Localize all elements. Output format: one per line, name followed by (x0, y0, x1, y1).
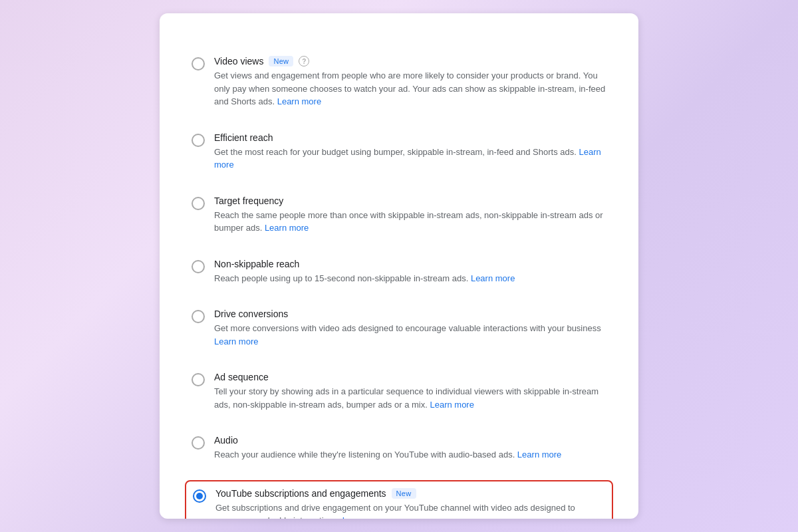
option-title-drive-conversions: Drive conversions (214, 309, 288, 319)
radio-video-views[interactable] (192, 57, 205, 70)
option-desc-audio: Reach your audience while they're listen… (214, 448, 606, 462)
option-content-drive-conversions: Drive conversionsGet more conversions wi… (214, 309, 606, 348)
option-desc-youtube-subscriptions: Get subscriptions and drive engagement o… (215, 501, 605, 519)
option-desc-drive-conversions: Get more conversions with video ads desi… (214, 322, 606, 348)
option-desc-ad-sequence: Tell your story by showing ads in a part… (214, 385, 606, 411)
option-title-row-video-views: Video viewsNew? (214, 56, 606, 66)
option-title-video-views: Video views (214, 56, 263, 66)
badge-new-youtube-subscriptions: New (392, 488, 416, 499)
option-desc-efficient-reach: Get the most reach for your budget using… (214, 146, 606, 172)
badge-new-video-views: New (269, 56, 293, 66)
option-title-audio: Audio (214, 435, 238, 446)
option-title-efficient-reach: Efficient reach (214, 132, 273, 143)
radio-unchecked-icon (192, 57, 205, 70)
option-row-audio[interactable]: AudioReach your audience while they're l… (186, 430, 612, 467)
learn-more-link-audio[interactable]: Learn more (517, 450, 561, 460)
radio-unchecked-icon (192, 134, 205, 147)
option-row-drive-conversions[interactable]: Drive conversionsGet more conversions wi… (186, 303, 612, 353)
option-desc-target-frequency: Reach the same people more than once wit… (214, 209, 606, 235)
option-title-row-youtube-subscriptions: YouTube subscriptions and engagementsNew (215, 488, 605, 499)
option-title-youtube-subscriptions: YouTube subscriptions and engagements (215, 488, 386, 499)
radio-unchecked-icon (192, 310, 205, 323)
options-list: Video viewsNew?Get views and engagement … (186, 51, 612, 519)
radio-efficient-reach[interactable] (192, 134, 205, 147)
radio-unchecked-icon (192, 197, 205, 210)
learn-more-link-youtube-subscriptions[interactable]: Learn more (342, 515, 386, 519)
option-title-target-frequency: Target frequency (214, 196, 283, 206)
option-content-efficient-reach: Efficient reachGet the most reach for yo… (214, 132, 606, 172)
option-title-non-skippable-reach: Non-skippable reach (214, 259, 299, 269)
learn-more-link-non-skippable-reach[interactable]: Learn more (471, 273, 515, 283)
option-row-non-skippable-reach[interactable]: Non-skippable reachReach people using up… (186, 253, 612, 291)
radio-unchecked-icon (192, 436, 205, 450)
campaign-subtype-card: Video viewsNew?Get views and engagement … (160, 13, 638, 519)
radio-non-skippable-reach[interactable] (192, 260, 205, 273)
option-title-row-non-skippable-reach: Non-skippable reach (214, 259, 606, 269)
option-title-ad-sequence: Ad sequence (214, 372, 269, 382)
radio-drive-conversions[interactable] (192, 310, 205, 323)
option-content-target-frequency: Target frequencyReach the same people mo… (214, 196, 606, 235)
radio-audio[interactable] (192, 436, 205, 450)
option-row-target-frequency[interactable]: Target frequencyReach the same people mo… (186, 190, 612, 240)
option-row-youtube-subscriptions[interactable]: YouTube subscriptions and engagementsNew… (185, 480, 613, 519)
radio-target-frequency[interactable] (192, 197, 205, 210)
learn-more-link-drive-conversions[interactable]: Learn more (214, 336, 258, 346)
option-row-efficient-reach[interactable]: Efficient reachGet the most reach for yo… (186, 127, 612, 177)
radio-ad-sequence[interactable] (192, 373, 205, 386)
learn-more-link-video-views[interactable]: Learn more (277, 96, 321, 106)
option-title-row-efficient-reach: Efficient reach (214, 132, 606, 143)
option-desc-video-views: Get views and engagement from people who… (214, 69, 606, 108)
option-title-row-target-frequency: Target frequency (214, 196, 606, 206)
option-content-non-skippable-reach: Non-skippable reachReach people using up… (214, 259, 606, 285)
option-row-video-views[interactable]: Video viewsNew?Get views and engagement … (186, 51, 612, 114)
help-icon-video-views[interactable]: ? (299, 56, 309, 66)
learn-more-link-target-frequency[interactable]: Learn more (265, 223, 309, 233)
option-content-ad-sequence: Ad sequenceTell your story by showing ad… (214, 372, 606, 411)
radio-unchecked-icon (192, 373, 205, 386)
radio-checked-icon (193, 489, 206, 503)
learn-more-link-ad-sequence[interactable]: Learn more (430, 400, 473, 410)
option-content-audio: AudioReach your audience while they're l… (214, 435, 606, 462)
option-title-row-audio: Audio (214, 435, 606, 446)
option-desc-non-skippable-reach: Reach people using up to 15-second non-s… (214, 272, 606, 285)
option-title-row-drive-conversions: Drive conversions (214, 309, 606, 319)
radio-youtube-subscriptions[interactable] (193, 489, 206, 503)
option-content-video-views: Video viewsNew?Get views and engagement … (214, 56, 606, 108)
learn-more-link-efficient-reach[interactable]: Learn more (214, 147, 601, 170)
option-title-row-ad-sequence: Ad sequence (214, 372, 606, 382)
option-content-youtube-subscriptions: YouTube subscriptions and engagementsNew… (215, 488, 605, 519)
option-row-ad-sequence[interactable]: Ad sequenceTell your story by showing ad… (186, 366, 612, 416)
radio-unchecked-icon (192, 260, 205, 273)
